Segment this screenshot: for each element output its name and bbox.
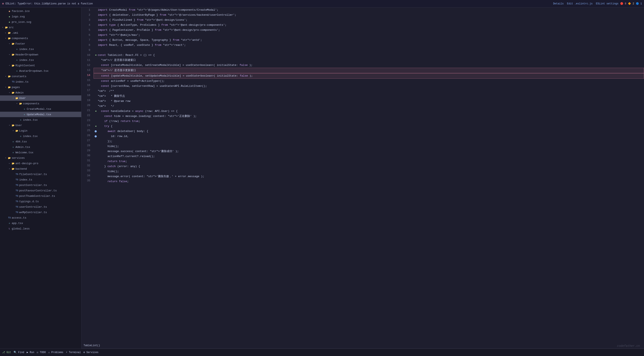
chevron-icon [4, 20, 8, 24]
code-text: }); [98, 139, 112, 144]
chevron-icon: ▾ [15, 102, 19, 105]
run-button[interactable]: ▶ Run [27, 351, 34, 354]
tree-item-filecontroller[interactable]: TS fileController.ts [0, 171, 81, 177]
tree-item-favicon[interactable]: ◉ favicon.ico [0, 8, 81, 14]
file-explorer: ◉ favicon.ico ◈ logo.svg ◈ pro_icon.svg … [0, 8, 82, 348]
tree-item-welcome[interactable]: ⚛ Welcome.tsx [0, 150, 81, 155]
tree-label: userController.ts [19, 205, 47, 209]
eslint-settings-link[interactable]: ESLint settings [596, 2, 618, 5]
find-button[interactable]: 🔍 Find [14, 351, 24, 354]
tree-item-postfavour[interactable]: TS postFavourController.ts [0, 188, 81, 193]
tree-item-app_tsx[interactable]: ⚛ app.tsx [0, 221, 81, 226]
code-text: "cm">// 是否显示更新窗口 [98, 68, 136, 73]
error-count: 🔴 8 [620, 2, 626, 5]
tree-item-src[interactable]: ▾ 📂 src [0, 25, 81, 30]
details-link[interactable]: Details [553, 2, 564, 5]
tree-item-user_components[interactable]: ▾ 📂 components [0, 101, 81, 106]
chevron-icon: ▾ [8, 53, 11, 57]
problems-button[interactable]: ⚠ Problems [48, 351, 63, 354]
tree-item-createmodal[interactable]: ⚛ CreateModal.tsx [0, 106, 81, 112]
code-text: "cm"> * 删除节点 [98, 94, 125, 99]
file-icon: ⚛ [8, 221, 11, 225]
tree-item-constants[interactable]: ▾ 📂 constants [0, 74, 81, 79]
code-line-12: const [createModalVisible, setCreateModa… [94, 63, 644, 68]
file-icon: 📂 [4, 26, 8, 29]
chevron-icon [11, 194, 15, 198]
tree-item-admin[interactable]: ▾ 📂 Admin [0, 90, 81, 95]
code-line-1: import CreateModal from "str">'@/pages/A… [94, 8, 644, 13]
code-text: "cm">// 是否显示新建窗口 [98, 58, 136, 63]
tree-item-global_less[interactable]: L global.less [0, 226, 81, 231]
tree-item-user_dir[interactable]: ▾ 📂 User [0, 123, 81, 128]
todo-button[interactable]: ☑ TODO [37, 351, 46, 354]
file-icon: ◈ [8, 20, 11, 24]
tree-item-user_index[interactable]: ⚛ index.tsx [0, 117, 81, 123]
file-icon: ⚛ [22, 112, 26, 116]
file-icon: ⚛ [19, 118, 22, 122]
tree-label: fileController.ts [19, 173, 47, 176]
tree-item-postcontroller[interactable]: TS postController.ts [0, 183, 81, 188]
chevron-icon [8, 145, 11, 149]
code-editor: 1234567891011121314151617181920212223242… [82, 8, 644, 343]
tree-item-postthumb[interactable]: TS postThumbController.ts [0, 193, 81, 199]
tree-item-wxmpcontroller[interactable]: TS wxMpController.ts [0, 210, 81, 215]
tree-item-ant_design_pro[interactable]: ▸ 📂 ant-design-pro [0, 161, 81, 166]
chevron-icon: ▾ [4, 74, 8, 78]
tree-item-headerdropdown[interactable]: ▾ 📂 HeaderDropdown [0, 52, 81, 57]
breadcrumb: TableList() [82, 343, 644, 348]
tree-item-footer[interactable]: ▾ 📂 Footer [0, 41, 81, 46]
tree-label: index.tsx [19, 59, 34, 62]
tree-item-pro_icon[interactable]: ◈ pro_icon.svg [0, 19, 81, 25]
tree-item-login_index[interactable]: ⚛ index.tsx [0, 133, 81, 139]
tree-item-avatardropdown[interactable]: ⚛ AvatarDropdown.tsx [0, 68, 81, 74]
edit-eslint-link[interactable]: Edit .eslintrc.js [567, 2, 592, 5]
tree-item-user_folder[interactable]: ▾ 📂 User [0, 95, 81, 101]
chevron-icon: ▸ [8, 161, 11, 165]
chevron-icon [11, 183, 15, 187]
code-line-34: message.error( content: "str">'删除失败，' + … [94, 174, 644, 179]
tree-item-backend_index[interactable]: TS index.ts [0, 177, 81, 183]
tree-item-rightcontent[interactable]: ▾ 📂 RightContent [0, 63, 81, 68]
tree-item-access[interactable]: TS access.ts [0, 215, 81, 221]
terminal-button[interactable]: ⚡ Terminal [66, 351, 81, 354]
tree-item-typings[interactable]: TS typings.d.ts [0, 199, 81, 204]
tree-item-admin_tsx[interactable]: ⚛ Admin.tsx [0, 144, 81, 150]
chevron-icon: ▾ [1, 26, 4, 29]
tree-label: User [19, 97, 26, 100]
code-text: "cm"> /** [98, 89, 114, 94]
tree-item-headerdropdown_index[interactable]: ⚛ index.tsx [0, 57, 81, 63]
tree-item-backend[interactable]: ▾ 📂 backend [0, 166, 81, 171]
code-content[interactable]: import CreateModal from "str">'@/pages/A… [92, 8, 644, 343]
git-status[interactable]: ⎇ Git [2, 351, 11, 354]
tree-item-pages[interactable]: ▾ 📂 pages [0, 85, 81, 90]
code-text: import type { ActionType, ProColumns } f… [98, 23, 226, 28]
file-icon: ⚛ [11, 140, 15, 143]
chevron-icon [4, 9, 8, 13]
code-text: import React, { useRef, useState } from … [98, 43, 186, 48]
code-line-28: hide(); [94, 144, 644, 149]
tree-item-login[interactable]: ▾ 📂 Login [0, 128, 81, 133]
services-button[interactable]: ⚙ Services [83, 351, 98, 354]
tree-item-services[interactable]: ▾ 📂 services [0, 155, 81, 161]
tree-item-logo[interactable]: ◈ logo.svg [0, 14, 81, 19]
tree-item-constants_index[interactable]: TS index.ts [0, 79, 81, 85]
tree-item-page_404[interactable]: ⚛ 404.tsx [0, 139, 81, 144]
file-icon: 📂 [11, 161, 15, 165]
gutter-24: ◀ [94, 124, 98, 129]
file-icon: ⚛ [15, 47, 19, 51]
file-icon: ◉ [8, 9, 11, 13]
editor-area: 1234567891011121314151617181920212223242… [82, 8, 644, 348]
tree-item-footer_index[interactable]: ⚛ index.tsx [0, 46, 81, 52]
tree-item-components[interactable]: ▾ 📂 components [0, 36, 81, 41]
code-text: import "str">'@umijs/max'; [98, 33, 140, 38]
tree-item-umi[interactable]: ▸ 📂 .umi [0, 30, 81, 36]
tree-label: ant-design-pro [16, 162, 38, 165]
tree-item-updatemodal[interactable]: ⚛ UpdateModal.tsx [0, 112, 81, 117]
status-bar: ⎇ Git 🔍 Find ▶ Run ☑ TODO ⚠ Problems ⚡ T… [0, 348, 644, 356]
file-icon: 📂 [11, 42, 15, 46]
tree-item-usercontroller[interactable]: TS userController.ts [0, 204, 81, 210]
code-text: const hide = message.loading( content: "… [98, 114, 196, 119]
tree-label: Login [19, 129, 27, 132]
file-icon: ⚛ [11, 145, 15, 149]
code-text: const handleDelete = async (row: API.Use… [98, 109, 178, 114]
